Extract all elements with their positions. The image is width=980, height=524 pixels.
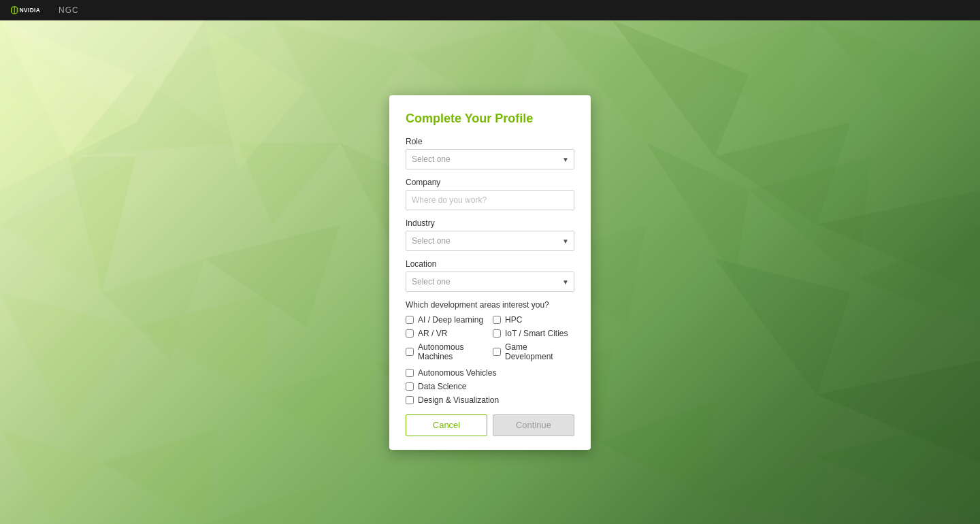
cancel-button[interactable]: Cancel	[406, 414, 487, 436]
nvidia-logo-icon: NVIDIA	[11, 6, 52, 14]
checkbox-autonomous-machines-label: Autonomous Machines	[418, 342, 487, 361]
checkbox-ai-input[interactable]	[406, 316, 414, 324]
checkbox-autonomous-vehicles[interactable]: Autonomous Vehicles	[406, 368, 574, 378]
location-select[interactable]: Select one	[406, 272, 574, 292]
industry-group: Industry Select one ▼	[406, 218, 574, 251]
industry-select-wrapper[interactable]: Select one ▼	[406, 231, 574, 251]
modal-buttons: Cancel Continue	[406, 414, 574, 436]
checkbox-data-science-label: Data Science	[418, 382, 466, 391]
ngc-label: NGC	[59, 5, 79, 15]
modal-overlay: Complete Your Profile Role Select one ▼ …	[0, 20, 980, 524]
checkbox-ai-label: AI / Deep learning	[418, 315, 483, 325]
checkbox-data-science-input[interactable]	[406, 382, 414, 391]
checkbox-game-dev-input[interactable]	[493, 348, 501, 356]
location-label: Location	[406, 259, 574, 269]
checkbox-hpc-label: HPC	[505, 315, 522, 325]
company-input[interactable]	[406, 190, 574, 210]
checkbox-autonomous-machines[interactable]: Autonomous Machines	[406, 342, 487, 361]
role-label: Role	[406, 137, 574, 146]
checkbox-iot-input[interactable]	[493, 329, 501, 338]
role-select[interactable]: Select one	[406, 149, 574, 169]
continue-button[interactable]: Continue	[493, 414, 574, 436]
profile-modal: Complete Your Profile Role Select one ▼ …	[389, 95, 591, 450]
checkbox-game-dev[interactable]: Game Development	[493, 342, 574, 361]
dev-areas-label: Which development areas interest you?	[406, 300, 574, 310]
modal-title: Complete Your Profile	[406, 112, 574, 126]
checkbox-ai[interactable]: AI / Deep learning	[406, 315, 487, 325]
checkbox-game-dev-label: Game Development	[505, 342, 574, 361]
dev-areas-checkboxes-single: Autonomous Vehicles Data Science Design …	[406, 368, 574, 405]
role-select-wrapper[interactable]: Select one ▼	[406, 149, 574, 169]
navbar: NVIDIA NGC	[0, 0, 980, 20]
checkbox-ar-input[interactable]	[406, 329, 414, 338]
location-select-wrapper[interactable]: Select one ▼	[406, 272, 574, 292]
checkbox-data-science[interactable]: Data Science	[406, 382, 574, 391]
checkbox-design-viz[interactable]: Design & Visualization	[406, 395, 574, 405]
checkbox-autonomous-vehicles-label: Autonomous Vehicles	[418, 368, 496, 378]
brand-logo: NVIDIA NGC	[11, 5, 79, 15]
checkbox-iot[interactable]: IoT / Smart Cities	[493, 329, 574, 338]
checkbox-hpc-input[interactable]	[493, 316, 501, 324]
checkbox-hpc[interactable]: HPC	[493, 315, 574, 325]
checkbox-design-viz-input[interactable]	[406, 396, 414, 404]
dev-areas-group: Which development areas interest you? AI…	[406, 300, 574, 405]
checkbox-ar[interactable]: AR / VR	[406, 329, 487, 338]
checkbox-ar-label: AR / VR	[418, 329, 447, 338]
dev-areas-checkboxes-grid: AI / Deep learning HPC AR / VR IoT / Sma…	[406, 315, 574, 361]
company-label: Company	[406, 178, 574, 187]
location-group: Location Select one ▼	[406, 259, 574, 292]
checkbox-design-viz-label: Design & Visualization	[418, 395, 499, 405]
checkbox-autonomous-machines-input[interactable]	[406, 348, 414, 356]
industry-label: Industry	[406, 218, 574, 228]
svg-text:NVIDIA: NVIDIA	[20, 7, 40, 14]
industry-select[interactable]: Select one	[406, 231, 574, 251]
background: Complete Your Profile Role Select one ▼ …	[0, 20, 980, 524]
checkbox-iot-label: IoT / Smart Cities	[505, 329, 568, 338]
company-group: Company	[406, 178, 574, 210]
checkbox-autonomous-vehicles-input[interactable]	[406, 369, 414, 377]
role-group: Role Select one ▼	[406, 137, 574, 169]
